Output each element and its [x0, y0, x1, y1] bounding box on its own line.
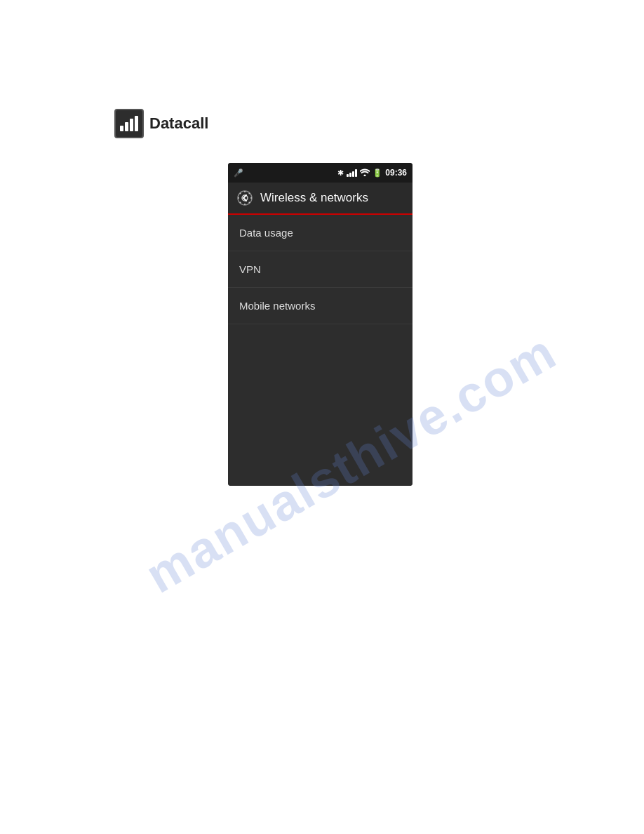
menu-item-label-vpn: VPN	[239, 263, 261, 275]
bar-chart-icon	[120, 116, 138, 131]
menu-item-vpn[interactable]: VPN	[228, 251, 412, 288]
settings-gear-icon	[236, 190, 253, 206]
status-bar: 🎤 ✱ 🔋 09:36	[228, 163, 412, 183]
menu-list: Data usage VPN Mobile networks	[228, 215, 412, 486]
app-header: Datacall	[114, 109, 208, 138]
menu-item-mobile-networks[interactable]: Mobile networks	[228, 288, 412, 324]
menu-item-label-data-usage: Data usage	[239, 227, 293, 239]
nav-bar: Wireless & networks	[228, 183, 412, 215]
phone-mockup: 🎤 ✱ 🔋 09:36	[228, 163, 412, 486]
wifi-icon	[360, 168, 370, 178]
back-button[interactable]	[235, 188, 255, 208]
battery-icon: 🔋	[373, 168, 382, 178]
app-title: Datacall	[149, 114, 208, 133]
status-time: 09:36	[385, 168, 407, 178]
app-icon	[114, 109, 144, 138]
signal-icon	[347, 168, 357, 177]
bluetooth-icon: ✱	[337, 168, 344, 178]
nav-title: Wireless & networks	[260, 191, 368, 205]
menu-item-data-usage[interactable]: Data usage	[228, 215, 412, 251]
status-right-icons: ✱ 🔋 09:36	[337, 168, 407, 178]
status-left-icons: 🎤	[234, 168, 243, 178]
microphone-icon: 🎤	[234, 168, 243, 178]
menu-item-label-mobile-networks: Mobile networks	[239, 300, 315, 312]
